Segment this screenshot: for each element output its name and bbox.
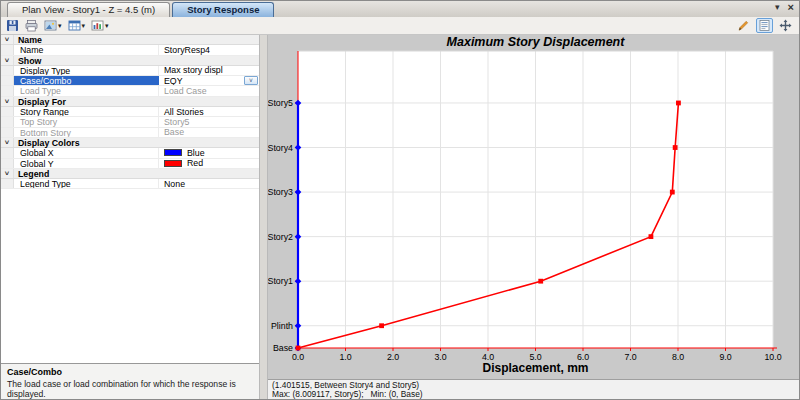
collapse-chevron-icon[interactable]: ˅ xyxy=(1,97,14,106)
color-swatch xyxy=(164,149,182,156)
chart-canvas: Maximum Story Displacement0.01.02.03.04.… xyxy=(268,35,797,381)
grid-row[interactable]: Legend TypeNone xyxy=(1,179,259,189)
pan-move-button[interactable] xyxy=(778,19,793,32)
svg-text:7.0: 7.0 xyxy=(624,352,636,362)
category-label: Legend xyxy=(14,169,259,178)
property-value[interactable]: Max story displ xyxy=(159,66,259,75)
grid-category-row[interactable]: ˅Display Colors xyxy=(1,138,259,148)
table-button[interactable]: ▾ xyxy=(67,19,87,32)
tab-plan-view[interactable]: Plan View - Story1 - Z = 4.5 (m) xyxy=(7,2,170,17)
help-box: Case/Combo The load case or load combina… xyxy=(1,363,259,399)
property-value[interactable]: Story5 xyxy=(159,117,259,126)
panel-splitter[interactable] xyxy=(260,35,268,399)
property-value[interactable]: EQY˅ xyxy=(159,76,259,85)
story-response-window: Plan View - Story1 - Z = 4.5 (m) Story R… xyxy=(0,0,800,400)
property-label: Global X xyxy=(14,148,159,157)
row-gutter xyxy=(1,45,14,54)
property-value[interactable]: StoryResp4 xyxy=(159,45,259,54)
combo-dropdown-button[interactable]: ˅ xyxy=(244,76,258,85)
collapse-chevron-icon[interactable]: ˅ xyxy=(1,138,14,147)
print-icon xyxy=(25,19,38,32)
tab-bar: Plan View - Story1 - Z = 4.5 (m) Story R… xyxy=(1,1,799,17)
grid-category-row[interactable]: ˅Display For xyxy=(1,97,259,107)
property-value-text: Blue xyxy=(187,148,205,157)
svg-text:Displacement, mm: Displacement, mm xyxy=(482,361,588,375)
grid-row[interactable]: NameStoryResp4 xyxy=(1,45,259,55)
help-title: Case/Combo xyxy=(7,367,253,377)
svg-text:3.0: 3.0 xyxy=(434,352,446,362)
dropdown-caret-icon: ▾ xyxy=(82,22,86,29)
grid-row[interactable]: Load TypeLoad Case xyxy=(1,86,259,96)
tab-menu-icon[interactable]: ▾ xyxy=(775,2,780,12)
save-icon xyxy=(6,19,19,32)
property-value[interactable]: Red xyxy=(159,159,259,168)
grid-category-row[interactable]: ˅Name xyxy=(1,35,259,45)
property-value[interactable]: Load Case xyxy=(159,86,259,95)
grid-category-row[interactable]: ˅Legend xyxy=(1,169,259,179)
grid-row[interactable]: Bottom StoryBase xyxy=(1,128,259,138)
svg-text:2.0: 2.0 xyxy=(387,352,399,362)
max-min-readout: Max: (8.009117, Story5); Min: (0, Base) xyxy=(272,390,795,398)
svg-text:Story3: Story3 xyxy=(268,187,293,197)
property-panel: ˅NameNameStoryResp4˅ShowDisplay TypeMax … xyxy=(1,35,260,399)
svg-text:8.0: 8.0 xyxy=(672,352,684,362)
category-label: Name xyxy=(14,35,259,44)
close-icon[interactable]: × xyxy=(788,3,794,12)
dropdown-caret-icon: ▾ xyxy=(58,22,62,29)
svg-text:9.0: 9.0 xyxy=(719,352,731,362)
grid-row[interactable]: Case/ComboEQY˅ xyxy=(1,76,259,86)
property-value[interactable]: Base xyxy=(159,128,259,137)
property-label: Global Y xyxy=(14,159,159,168)
save-button[interactable] xyxy=(5,19,20,32)
grid-row[interactable]: Story RangeAll Stories xyxy=(1,107,259,117)
svg-text:Plinth: Plinth xyxy=(271,321,293,331)
row-gutter xyxy=(1,117,14,126)
property-value[interactable]: Blue xyxy=(159,148,259,157)
svg-text:10.0: 10.0 xyxy=(764,352,781,362)
row-gutter xyxy=(1,76,14,85)
category-label: Display For xyxy=(14,97,259,106)
grid-row[interactable]: Display TypeMax story displ xyxy=(1,66,259,76)
main-area: ˅NameNameStoryResp4˅ShowDisplay TypeMax … xyxy=(1,35,799,399)
properties-icon xyxy=(758,19,771,32)
property-value[interactable]: All Stories xyxy=(159,107,259,116)
export-image-icon xyxy=(44,19,57,32)
svg-text:Maximum Story Displacement: Maximum Story Displacement xyxy=(447,35,626,49)
chart-panel: Maximum Story Displacement0.01.02.03.04.… xyxy=(268,35,799,399)
property-value-text: EQY xyxy=(164,76,183,85)
row-gutter xyxy=(1,86,14,95)
dropdown-caret-icon: ▾ xyxy=(105,22,109,29)
grid-row[interactable]: Global XBlue xyxy=(1,148,259,158)
grid-row[interactable]: Global YRed xyxy=(1,159,259,169)
category-label: Display Colors xyxy=(14,138,259,147)
grid-category-row[interactable]: ˅Show xyxy=(1,56,259,66)
row-gutter xyxy=(1,66,14,75)
property-value-text: None xyxy=(164,179,185,188)
property-value-text: All Stories xyxy=(164,107,204,116)
property-label: Display Type xyxy=(14,66,159,75)
properties-toggle-button[interactable] xyxy=(756,18,773,33)
property-label: Bottom Story xyxy=(14,128,159,137)
move-arrows-icon xyxy=(779,19,792,32)
svg-text:Story5: Story5 xyxy=(268,98,293,108)
edit-button[interactable] xyxy=(736,19,751,32)
property-value-text: Red xyxy=(187,159,203,168)
story-displacement-chart: Maximum Story Displacement0.01.02.03.04.… xyxy=(268,35,799,379)
export-image-button[interactable]: ▾ xyxy=(43,19,63,32)
table-icon xyxy=(68,19,81,32)
tab-story-response[interactable]: Story Response xyxy=(172,2,274,17)
svg-text:Story4: Story4 xyxy=(268,143,293,153)
property-label: Load Type xyxy=(14,86,159,95)
print-button[interactable] xyxy=(24,19,39,32)
chart-button[interactable]: ▾ xyxy=(90,19,110,32)
toolbar-left-group: ▾ ▾ ▾ xyxy=(5,19,110,32)
collapse-chevron-icon[interactable]: ˅ xyxy=(1,169,14,178)
category-label: Show xyxy=(14,56,259,65)
property-grid: ˅NameNameStoryResp4˅ShowDisplay TypeMax … xyxy=(1,35,259,363)
collapse-chevron-icon[interactable]: ˅ xyxy=(1,35,14,44)
collapse-chevron-icon[interactable]: ˅ xyxy=(1,56,14,65)
grid-row[interactable]: Top StoryStory5 xyxy=(1,117,259,127)
property-value[interactable]: None xyxy=(159,179,259,188)
svg-text:0.0: 0.0 xyxy=(292,352,304,362)
property-label: Name xyxy=(14,45,159,54)
